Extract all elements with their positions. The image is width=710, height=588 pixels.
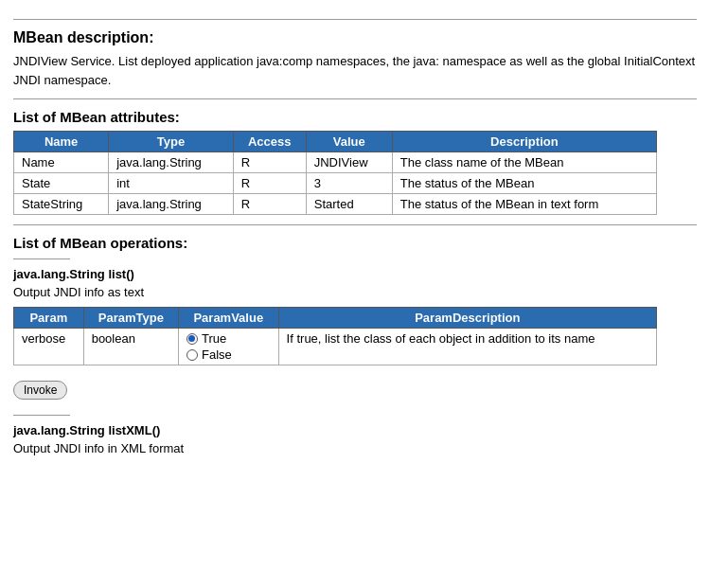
table-cell: Name (14, 152, 109, 173)
invoke-button[interactable]: Invoke (13, 381, 67, 400)
table-cell: The status of the MBean in text form (392, 194, 656, 215)
table-cell: The status of the MBean (392, 173, 656, 194)
col-name: Name (14, 132, 109, 152)
params-col-header: ParamType (83, 308, 178, 329)
param-name: verbose (14, 329, 84, 365)
table-row: StateStringjava.lang.StringRStartedThe s… (14, 194, 657, 215)
table-row: StateintR3The status of the MBean (14, 173, 657, 194)
table-cell: Started (306, 194, 392, 215)
operations-section: java.lang.String list()Output JNDI info … (13, 258, 697, 455)
col-value: Value (306, 132, 392, 152)
params-col-header: ParamDescription (278, 308, 656, 329)
operation-description: Output JNDI info in XML format (13, 441, 697, 455)
col-type: Type (109, 132, 233, 152)
table-cell: R (233, 152, 306, 173)
radio-true-label: True (202, 331, 226, 346)
table-cell: State (14, 173, 109, 194)
table-row: verbosebooleanTrueFalseIf true, list the… (14, 329, 657, 365)
table-cell: 3 (306, 173, 392, 194)
desc-divider (13, 98, 697, 99)
table-cell: JNDIView (306, 152, 392, 173)
operation-signature: java.lang.String listXML() (13, 423, 697, 437)
mbean-description-heading: MBean description: (13, 29, 697, 46)
attributes-heading: List of MBean attributes: (13, 109, 697, 125)
radio-false[interactable] (186, 349, 198, 361)
table-row: Namejava.lang.StringRJNDIViewThe class n… (14, 152, 657, 173)
table-cell: The class name of the MBean (392, 152, 656, 173)
table-cell: R (233, 173, 306, 194)
mbean-description-text: JNDIView Service. List deployed applicat… (13, 52, 697, 89)
table-cell: StateString (14, 194, 109, 215)
top-divider (13, 19, 697, 20)
operation-divider (13, 415, 70, 416)
attributes-table: Name Type Access Value Description Namej… (13, 131, 657, 215)
params-col-header: ParamValue (178, 308, 278, 329)
radio-true[interactable] (186, 333, 198, 345)
table-cell: R (233, 194, 306, 215)
attr-divider (13, 224, 697, 225)
radio-false-label: False (202, 347, 232, 362)
table-cell: java.lang.String (109, 194, 233, 215)
param-description: If true, list the class of each object i… (278, 329, 656, 365)
params-col-header: Param (14, 308, 84, 329)
param-value[interactable]: TrueFalse (178, 329, 278, 365)
operation-divider (13, 258, 70, 259)
params-table: ParamParamTypeParamValueParamDescription… (13, 307, 657, 365)
operations-heading: List of MBean operations: (13, 235, 697, 251)
table-cell: int (109, 173, 233, 194)
col-description: Description (392, 132, 656, 152)
col-access: Access (233, 132, 306, 152)
param-type: boolean (83, 329, 178, 365)
table-cell: java.lang.String (109, 152, 233, 173)
operation-signature: java.lang.String list() (13, 267, 697, 281)
operation-description: Output JNDI info as text (13, 285, 697, 299)
